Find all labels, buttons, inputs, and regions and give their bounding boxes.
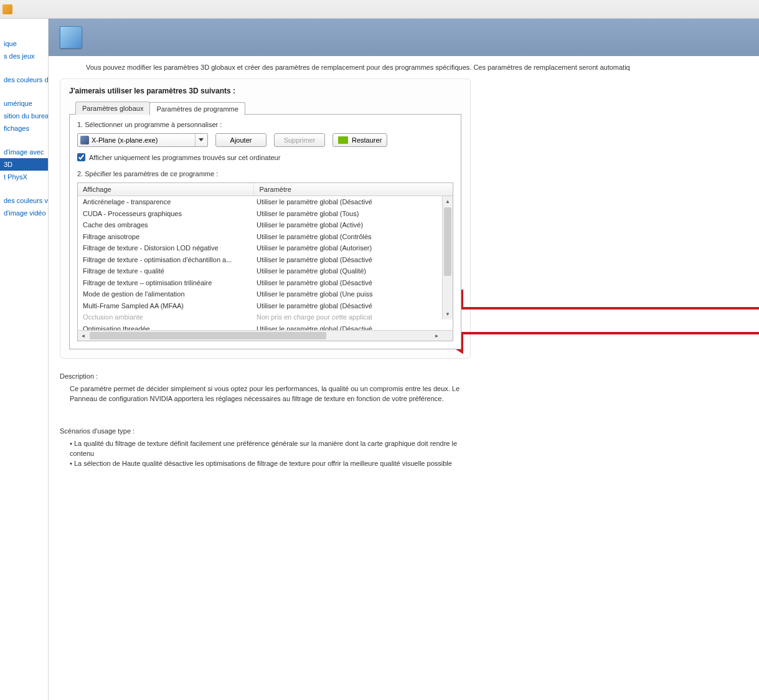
table-row[interactable]: CUDA - Processeurs graphiquesUtiliser le… xyxy=(78,208,453,220)
param-cell: Utiliser le paramètre global (Désactivé xyxy=(254,323,453,331)
param-cell: Utiliser le paramètre global (Autoriser) xyxy=(254,242,453,254)
table-row[interactable]: Cache des ombragesUtiliser le paramètre … xyxy=(78,219,453,231)
panel-title: J'aimerais utiliser les paramètres 3D su… xyxy=(69,87,461,95)
settings-table: Affichage Paramètre Anticrénelage - tran… xyxy=(77,182,453,341)
feature-cell: Optimisation threadée xyxy=(78,323,254,331)
feature-cell: Filtrage de texture - optimisation d'éch… xyxy=(78,254,254,266)
description-body: Ce paramètre permet de décider simplemen… xyxy=(60,384,471,404)
tab-program[interactable]: Paramètres de programme xyxy=(149,102,245,115)
feature-cell: Cache des ombrages xyxy=(78,219,254,231)
titlebar xyxy=(0,0,759,19)
param-cell: Utiliser le paramètre global (Activé) xyxy=(254,219,453,231)
sidebar-item[interactable]: sition du bureau xyxy=(0,110,48,122)
scroll-right-icon[interactable]: ► xyxy=(431,331,442,341)
add-button[interactable]: Ajouter xyxy=(215,133,266,147)
intro-text: Vous pouvez modifier les paramètres 3D g… xyxy=(49,56,759,78)
param-cell: Utiliser le paramètre global (Tous) xyxy=(254,208,453,220)
program-select[interactable]: X-Plane (x-plane.exe) xyxy=(77,133,208,147)
scenario-item: • La sélection de Haute qualité désactiv… xyxy=(60,458,471,468)
table-row[interactable]: Filtrage de texture - optimisation d'éch… xyxy=(78,254,453,266)
scenarios-block: Scénarios d'usage type : • La qualité du… xyxy=(60,426,471,468)
table-row[interactable]: Filtrage de texture - qualitéUtiliser le… xyxy=(78,265,453,277)
feature-cell: Anticrénelage - transparence xyxy=(78,196,254,208)
program-select-value: X-Plane (x-plane.exe) xyxy=(92,136,158,144)
table-row[interactable]: Multi-Frame Sampled AA (MFAA)Utiliser le… xyxy=(78,300,453,312)
delete-button[interactable]: Supprimer xyxy=(274,133,325,147)
table-row[interactable]: Filtrage anisotropeUtiliser le paramètre… xyxy=(78,231,453,243)
param-cell: Utiliser le paramètre global (Une puiss xyxy=(254,288,453,300)
scroll-down-icon[interactable]: ▼ xyxy=(443,309,453,319)
sidebar-item-3d[interactable]: 3D xyxy=(0,158,48,171)
param-cell: Utiliser le paramètre global (Désactivé xyxy=(254,277,453,289)
sidebar-item[interactable]: d'image avec xyxy=(0,146,48,158)
scenario-item: • La qualité du filtrage de texture défi… xyxy=(60,438,471,458)
sidebar-item[interactable]: des couleurs d xyxy=(0,73,48,86)
settings-3d-icon xyxy=(60,26,82,49)
column-header-feature[interactable]: Affichage xyxy=(78,183,254,196)
scroll-left-icon[interactable]: ◄ xyxy=(78,331,88,341)
description-block: Description : Ce paramètre permet de déc… xyxy=(60,371,471,404)
param-cell: Non pris en charge pour cette applicat xyxy=(254,311,453,323)
feature-cell: Mode de gestion de l'alimentation xyxy=(78,288,254,300)
sidebar: ique s des jeux des couleurs d umérique … xyxy=(0,19,49,700)
feature-cell: Multi-Frame Sampled AA (MFAA) xyxy=(78,300,254,312)
header-banner xyxy=(49,19,759,56)
table-row[interactable]: Optimisation threadéeUtiliser le paramèt… xyxy=(78,323,453,331)
sidebar-item[interactable]: des couleurs v xyxy=(0,194,48,207)
restore-button[interactable]: Restaurer xyxy=(332,133,387,147)
show-found-only-checkbox[interactable] xyxy=(77,153,85,161)
param-cell: Utiliser le paramètre global (Désactivé xyxy=(254,300,453,312)
content-area: Vous pouvez modifier les paramètres 3D g… xyxy=(49,19,759,700)
horizontal-scrollbar[interactable]: ◄ ► xyxy=(78,330,453,341)
feature-cell: CUDA - Processeurs graphiques xyxy=(78,208,254,220)
table-body[interactable]: Anticrénelage - transparenceUtiliser le … xyxy=(78,196,453,330)
sidebar-item[interactable]: umérique xyxy=(0,97,48,110)
table-row[interactable]: Mode de gestion de l'alimentationUtilise… xyxy=(78,288,453,300)
scenarios-title: Scénarios d'usage type : xyxy=(60,426,471,436)
tab-content: 1. Sélectionner un programme à personnal… xyxy=(69,114,461,349)
sidebar-item[interactable]: d'image vidéo xyxy=(0,207,48,219)
app-icon xyxy=(2,4,12,14)
nvidia-icon xyxy=(338,136,348,144)
feature-cell: Filtrage anisotrope xyxy=(78,231,254,243)
checkbox-row: Afficher uniquement les programmes trouv… xyxy=(77,153,453,161)
checkbox-label: Afficher uniquement les programmes trouv… xyxy=(89,154,280,161)
settings-panel: J'aimerais utiliser les paramètres 3D su… xyxy=(60,78,471,359)
sidebar-item[interactable]: ique xyxy=(0,37,48,50)
step2-label: 2. Spécifier les paramètres de ce progra… xyxy=(77,170,453,177)
vertical-scrollbar[interactable]: ▲ ▼ xyxy=(442,196,453,319)
sidebar-item[interactable]: s des jeux xyxy=(0,50,48,62)
table-row[interactable]: Anticrénelage - transparenceUtiliser le … xyxy=(78,196,453,208)
main-container: ique s des jeux des couleurs d umérique … xyxy=(0,19,759,700)
param-cell: Utiliser le paramètre global (Désactivé xyxy=(254,254,453,266)
controls-row: X-Plane (x-plane.exe) Ajouter Supprimer … xyxy=(77,133,453,147)
table-row[interactable]: Occlusion ambianteNon pris en charge pou… xyxy=(78,311,453,323)
step1-label: 1. Sélectionner un programme à personnal… xyxy=(77,121,453,128)
table-row[interactable]: Filtrage de texture – optimisation trili… xyxy=(78,277,453,289)
feature-cell: Filtrage de texture – optimisation trili… xyxy=(78,277,254,289)
param-cell: Utiliser le paramètre global (Qualité) xyxy=(254,265,453,277)
column-header-param[interactable]: Paramètre xyxy=(254,183,453,196)
tab-global[interactable]: Paramètres globaux xyxy=(75,102,150,115)
program-icon xyxy=(80,136,89,144)
scroll-up-icon[interactable]: ▲ xyxy=(443,196,453,207)
feature-cell: Filtrage de texture - Distorsion LOD nég… xyxy=(78,242,254,254)
table-row[interactable]: Filtrage de texture - Distorsion LOD nég… xyxy=(78,242,453,254)
scroll-thumb[interactable] xyxy=(444,207,451,276)
sidebar-item[interactable]: t PhysX xyxy=(0,171,48,183)
hscroll-thumb[interactable] xyxy=(90,332,326,339)
param-cell: Utiliser le paramètre global (Désactivé xyxy=(254,196,453,208)
chevron-down-icon xyxy=(195,134,206,146)
restore-button-label: Restaurer xyxy=(352,136,382,144)
param-cell: Utiliser le paramètre global (Contrôlés xyxy=(254,231,453,243)
sidebar-item[interactable]: fichages xyxy=(0,122,48,135)
description-title: Description : xyxy=(60,371,471,381)
feature-cell: Occlusion ambiante xyxy=(78,311,254,323)
tabs: Paramètres globaux Paramètres de program… xyxy=(75,102,461,115)
feature-cell: Filtrage de texture - qualité xyxy=(78,265,254,277)
